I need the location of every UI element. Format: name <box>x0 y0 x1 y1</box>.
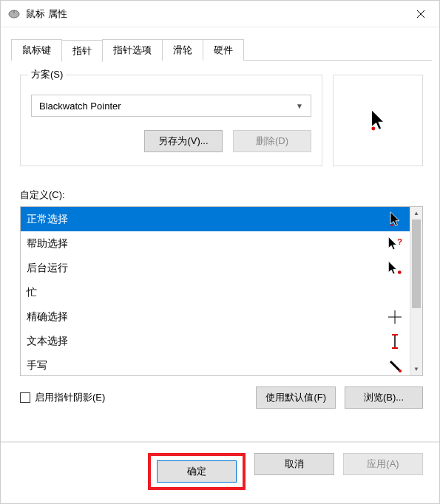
scroll-up-icon[interactable]: ▲ <box>410 207 422 219</box>
crosshair-icon <box>386 308 404 326</box>
tab-pointers[interactable]: 指针 <box>61 40 103 62</box>
pointer-help-icon: ? <box>386 235 404 253</box>
use-defaults-button[interactable]: 使用默认值(F) <box>256 386 336 409</box>
dialog-footer: 确定 取消 应用(A) <box>1 441 439 503</box>
pen-icon <box>386 357 404 375</box>
svg-point-4 <box>371 127 375 131</box>
delete-button: 删除(D) <box>233 130 311 152</box>
apply-button: 应用(A) <box>343 453 423 475</box>
checkbox-label: 启用指针阴影(E) <box>35 391 105 404</box>
ok-button[interactable]: 确定 <box>157 460 237 483</box>
list-item-label: 精确选择 <box>27 310 68 324</box>
list-item-label: 正常选择 <box>27 213 68 226</box>
pointer-preview <box>333 75 423 166</box>
list-item[interactable]: 手写 <box>21 353 410 375</box>
svg-point-5 <box>390 223 393 225</box>
pointer-preview-icon <box>368 109 387 132</box>
save-as-button[interactable]: 另存为(V)... <box>144 130 223 152</box>
titlebar: 鼠标 属性 <box>1 1 439 27</box>
list-item-label: 忙 <box>27 286 37 299</box>
scrollbar[interactable]: ▲ ▼ <box>410 207 422 375</box>
list-item[interactable]: 文本选择 <box>21 329 410 353</box>
tab-panel-pointers: 方案(S) Blackwatch Pointer ▼ 另存为(V)... 删除(… <box>1 61 439 441</box>
ibeam-icon <box>386 333 404 350</box>
svg-line-13 <box>390 361 399 370</box>
chevron-down-icon: ▼ <box>296 102 303 110</box>
mouse-properties-dialog: 鼠标 属性 鼠标键 指针 指针选项 滑轮 硬件 方案(S) Blackwatch… <box>0 0 440 504</box>
list-item[interactable]: 精确选择 <box>21 304 410 329</box>
tabs: 鼠标键 指针 指针选项 滑轮 硬件 <box>1 27 439 61</box>
pointer-bg-icon <box>386 259 404 277</box>
scroll-thumb[interactable] <box>412 219 421 308</box>
svg-text:?: ? <box>397 236 402 245</box>
customize-label: 自定义(C): <box>20 188 423 202</box>
list-item[interactable]: 帮助选择 ? <box>21 231 410 256</box>
tab-pointer-options[interactable]: 指针选项 <box>102 39 163 61</box>
close-button[interactable] <box>404 2 438 26</box>
scroll-track[interactable] <box>410 219 422 363</box>
list-item-label: 文本选择 <box>27 335 68 348</box>
ok-highlight-annotation: 确定 <box>148 453 246 490</box>
pointer-icon <box>386 211 404 228</box>
svg-point-7 <box>398 270 402 274</box>
tab-hardware[interactable]: 硬件 <box>203 39 244 61</box>
tab-buttons[interactable]: 鼠标键 <box>11 39 62 61</box>
cursor-listbox[interactable]: 正常选择 帮助选择 ? 后台运行 <box>20 206 423 376</box>
list-item-label: 后台运行 <box>27 262 68 275</box>
scheme-group: 方案(S) Blackwatch Pointer ▼ 另存为(V)... 删除(… <box>20 75 322 166</box>
scheme-selected-value: Blackwatch Pointer <box>39 101 121 112</box>
list-item[interactable]: 后台运行 <box>21 256 410 280</box>
svg-point-14 <box>399 370 402 372</box>
window-title: 鼠标 属性 <box>26 7 404 21</box>
scroll-down-icon[interactable]: ▼ <box>410 363 422 375</box>
list-item[interactable]: 正常选择 <box>21 207 410 231</box>
checkbox-icon <box>20 392 30 403</box>
tab-wheel[interactable]: 滑轮 <box>162 39 203 61</box>
busy-icon <box>386 284 404 302</box>
scheme-label: 方案(S) <box>28 68 66 81</box>
list-item[interactable]: 忙 <box>21 280 410 304</box>
list-item-label: 帮助选择 <box>27 237 68 251</box>
scheme-dropdown[interactable]: Blackwatch Pointer ▼ <box>31 95 311 117</box>
browse-button[interactable]: 浏览(B)... <box>345 386 423 409</box>
pointer-shadow-checkbox[interactable]: 启用指针阴影(E) <box>20 391 105 404</box>
cancel-button[interactable]: 取消 <box>254 453 334 475</box>
list-item-label: 手写 <box>27 359 47 372</box>
mouse-icon <box>8 10 20 18</box>
